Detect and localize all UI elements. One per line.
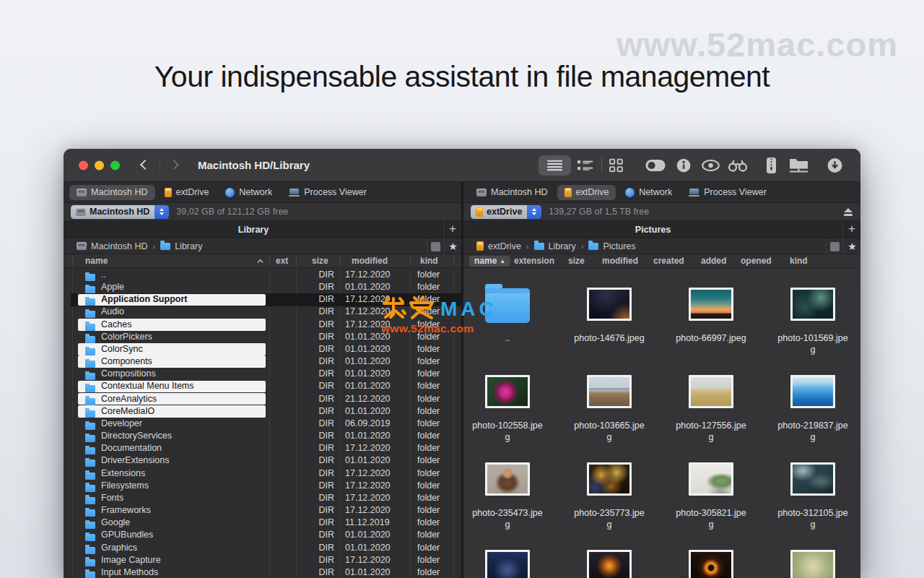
tab-network[interactable]: Network xyxy=(218,185,279,200)
file-row[interactable]: DeveloperDIR06.09.2019folder xyxy=(64,418,461,430)
column-header-opened[interactable]: opened xyxy=(741,254,772,268)
drive-selector-arrows[interactable] xyxy=(154,205,169,219)
breadcrumb-item[interactable]: extDrive xyxy=(476,241,521,251)
grid-item[interactable]: photo-235773.jpeg xyxy=(562,460,657,530)
file-row[interactable]: FilesystemsDIR17.12.2020folder xyxy=(64,480,461,492)
grid-item[interactable]: photo-66997.jpeg xyxy=(663,285,759,344)
file-row[interactable]: GraphicsDIR01.01.2020folder xyxy=(64,542,461,554)
zoom-button[interactable] xyxy=(110,161,120,171)
tab-macintosh-hd[interactable]: Macintosh HD xyxy=(469,185,555,200)
file-row[interactable]: ColorSyncDIR01.01.2020folder xyxy=(64,343,461,355)
folder-tab-title[interactable]: Pictures xyxy=(463,221,842,238)
file-row[interactable]: Image CaptureDIR17.12.2020folder xyxy=(64,554,461,566)
grid-item[interactable]: photo-127556.jpeg xyxy=(663,373,759,443)
column-header-name[interactable]: name xyxy=(85,254,108,268)
proxy-toggle[interactable] xyxy=(826,238,843,254)
new-tab-button[interactable]: + xyxy=(443,221,461,238)
column-header-modified[interactable]: modified xyxy=(352,254,388,268)
drive-selector[interactable]: Macintosh HD xyxy=(71,205,169,219)
breadcrumb-item[interactable]: Pictures xyxy=(588,241,635,251)
column-header-name[interactable]: name▲ xyxy=(469,256,510,267)
network-globe-icon xyxy=(625,188,635,197)
grid-item[interactable]: photo-14676.jpeg xyxy=(562,285,657,344)
list-view-icon[interactable] xyxy=(547,160,562,171)
file-row[interactable]: Input MethodsDIR01.01.2020folder xyxy=(64,566,461,578)
file-row[interactable]: ComponentsDIR01.01.2020folder xyxy=(64,355,461,368)
network-folder-icon[interactable] xyxy=(789,158,808,173)
column-header-kind[interactable]: kind xyxy=(790,254,808,268)
grid-item[interactable] xyxy=(765,548,860,578)
breadcrumb-item[interactable]: Library xyxy=(534,241,576,251)
favorite-star[interactable]: ★ xyxy=(843,238,860,254)
file-row[interactable]: DocumentationDIR17.12.2020folder xyxy=(64,442,461,454)
file-row[interactable]: AppleDIR01.01.2020folder xyxy=(64,281,461,293)
tab-process-viewer[interactable]: Process Viewer xyxy=(282,185,374,200)
file-row[interactable]: GPUBundlesDIR01.01.2020folder xyxy=(64,529,461,541)
column-header-size[interactable]: size xyxy=(568,254,585,268)
preview-eye-icon[interactable] xyxy=(702,160,720,171)
tab-extdrive[interactable]: extDrive xyxy=(557,185,616,200)
column-header-kind[interactable]: kind xyxy=(420,254,438,268)
grid-item[interactable]: photo-312105.jpeg xyxy=(765,460,860,530)
grid-view-icon[interactable] xyxy=(609,158,623,172)
download-icon[interactable] xyxy=(827,158,842,173)
file-row[interactable]: DirectoryServicesDIR01.01.2020folder xyxy=(64,430,461,442)
new-tab-button[interactable]: + xyxy=(842,221,860,238)
favorite-star[interactable]: ★ xyxy=(444,238,461,254)
file-row[interactable]: CoreAnalyticsDIR21.12.2020folder xyxy=(64,393,461,405)
file-row[interactable]: FrameworksDIR17.12.2020folder xyxy=(64,504,461,517)
grid-item[interactable]: photo-305821.jpeg xyxy=(663,460,759,530)
grid-item[interactable]: photo-102558.jpeg xyxy=(463,373,555,443)
network-globe-icon xyxy=(225,188,235,197)
detail-view-icon[interactable] xyxy=(578,160,593,171)
folder-icon xyxy=(85,460,95,467)
file-row[interactable]: DriverExtensionsDIR01.01.2020folder xyxy=(64,454,461,467)
file-row[interactable]: GoogleDIR11.12.2019folder xyxy=(64,517,461,529)
search-binoculars-icon[interactable] xyxy=(728,158,748,172)
folder-icon xyxy=(85,435,95,442)
grid-item[interactable]: photo-101569.jpeg xyxy=(765,285,860,355)
column-header-added[interactable]: added xyxy=(701,254,726,268)
info-icon[interactable] xyxy=(676,158,691,173)
grid-item[interactable]: photo-219837.jpeg xyxy=(765,373,860,443)
photo-thumbnail xyxy=(587,375,632,408)
file-row[interactable]: ..DIR17.12.2020folder xyxy=(64,269,461,281)
photo-thumbnail xyxy=(485,375,530,408)
archive-zip-icon[interactable] xyxy=(765,157,777,173)
toolbar-divider xyxy=(601,158,602,173)
eject-icon[interactable] xyxy=(843,208,853,217)
file-row[interactable]: Contextual Menu ItemsDIR01.01.2020folder xyxy=(64,380,461,392)
column-header-created[interactable]: created xyxy=(653,254,684,268)
grid-item[interactable]: photo-103665.jpeg xyxy=(562,373,657,443)
grid-item[interactable] xyxy=(562,548,657,578)
drive-selector[interactable]: extDrive xyxy=(471,205,541,219)
grid-item[interactable] xyxy=(463,548,555,578)
forward-button[interactable] xyxy=(169,160,179,170)
file-row[interactable]: CoreMediaIODIR01.01.2020folder xyxy=(64,405,461,418)
breadcrumb-item[interactable]: Library xyxy=(160,241,202,251)
breadcrumb-item[interactable]: Macintosh HD xyxy=(77,241,148,251)
photo-thumbnail xyxy=(790,462,835,496)
file-row[interactable]: ExtensionsDIR17.12.2020folder xyxy=(64,467,461,480)
tab-network[interactable]: Network xyxy=(618,185,679,200)
tab-process-viewer[interactable]: Process Viewer xyxy=(681,185,774,200)
close-button[interactable] xyxy=(79,161,88,171)
file-row[interactable]: FontsDIR17.12.2020folder xyxy=(64,492,461,504)
toggle-icon[interactable] xyxy=(645,159,666,171)
tab-extdrive[interactable]: extDrive xyxy=(157,185,217,200)
grid-item[interactable]: photo-235473.jpeg xyxy=(463,460,555,530)
file-row[interactable]: CompositionsDIR01.01.2020folder xyxy=(64,368,461,380)
minimize-button[interactable] xyxy=(95,161,104,171)
proxy-toggle[interactable] xyxy=(427,238,444,254)
title-bar: Macintosh HD/Library xyxy=(64,149,860,182)
grid-item[interactable] xyxy=(663,548,759,578)
tab-macintosh-hd[interactable]: Macintosh HD xyxy=(69,185,155,200)
column-header-size[interactable]: size xyxy=(312,254,328,268)
back-button[interactable] xyxy=(140,160,150,170)
column-header-extension[interactable]: extension xyxy=(514,254,554,268)
drive-selector-arrows[interactable] xyxy=(527,205,541,219)
column-header-ext[interactable]: ext xyxy=(276,254,288,268)
folder-tab-title[interactable]: Library xyxy=(64,221,443,238)
column-header-modified[interactable]: modified xyxy=(602,254,638,268)
tab-label: extDrive xyxy=(176,187,209,197)
